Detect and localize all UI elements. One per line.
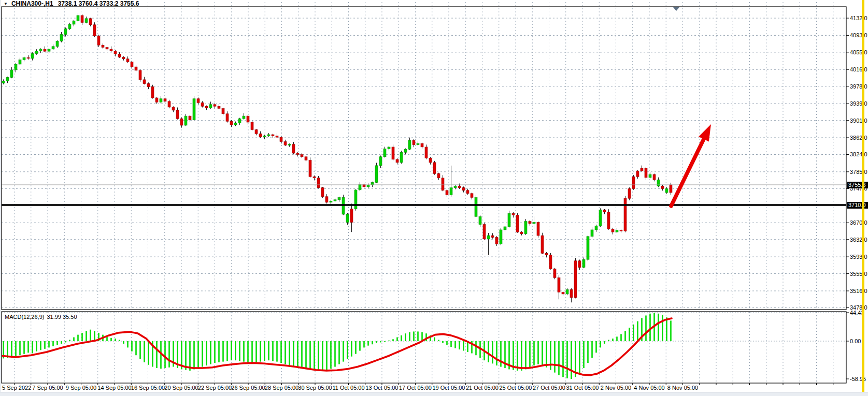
macd-indicator (3, 313, 672, 379)
price-axis-label: 3670.0 (850, 219, 867, 226)
one-click-trading-dropdown-icon[interactable]: ▼ (4, 2, 8, 6)
time-axis-label: 27 Oct 05:00 (533, 385, 565, 391)
ohlc-values-label: 3738.1 3760.4 3733.2 3755.6 (58, 0, 139, 7)
time-axis-label: 19 Oct 05:00 (433, 385, 465, 391)
mt4-chart-window: ▼ CHINA300-,H1 3738.1 3760.4 3733.2 3755… (0, 0, 868, 396)
time-axis-label: 7 Sep 05:00 (32, 385, 63, 391)
panel-borders (2, 7, 849, 385)
macd-axis-zero-label: 0.00 (850, 338, 867, 344)
macd-params-label: MACD(12,26,9) (5, 314, 44, 320)
window-edge-accent-stripe (862, 0, 864, 392)
time-axis-label: 4 Nov 05:00 (634, 385, 664, 391)
time-axis-label: 28 Sep 05:00 (265, 385, 298, 391)
time-axis-label: 17 Oct 05:00 (399, 385, 432, 391)
price-axis-label: 3555.0 (850, 271, 867, 277)
symbol-timeframe-label: CHINA300-,H1 (11, 0, 53, 7)
macd-values-label: 31.99 35.50 (47, 314, 77, 320)
time-axis-label: 13 Oct 05:00 (366, 385, 399, 391)
time-axis-label: 9 Sep 05:00 (66, 385, 96, 391)
price-axis-label: 3785.0 (850, 169, 867, 175)
time-axis-label: 30 Sep 05:00 (298, 385, 332, 391)
status-strip (0, 392, 868, 396)
price-axis-label: 3593.0 (850, 254, 867, 260)
price-axis-label: 4055.0 (850, 49, 867, 55)
time-axis-label: 14 Sep 05:00 (97, 385, 131, 391)
price-axis-label: 3862.0 (850, 135, 867, 141)
macd-axis-max-label: 44.43 (850, 310, 867, 316)
price-axis-label: 4093.0 (850, 32, 867, 38)
price-axis-label: 4016.0 (850, 66, 867, 72)
price-axis-label: 3632.0 (850, 237, 867, 243)
time-axis-label: 26 Sep 05:00 (231, 385, 265, 391)
macd-axis-min-label: -58.95 (850, 376, 867, 382)
time-axis-label: 20 Sep 05:00 (164, 385, 198, 391)
macd-indicator-label: MACD(12,26,9)31.99 35.50 (5, 314, 77, 320)
time-axis-label: 31 Oct 05:00 (566, 385, 599, 391)
time-axis-label: 21 Oct 05:00 (466, 385, 499, 391)
price-axis-label: 3824.0 (850, 151, 867, 157)
time-axis-label: 25 Oct 05:00 (500, 385, 532, 391)
chart-title-bar: ▼ CHINA300-,H1 3738.1 3760.4 3733.2 3755… (4, 0, 139, 7)
level-price-tag: 3710.0 (847, 202, 868, 209)
time-axis-label: 22 Sep 05:00 (198, 385, 232, 391)
price-axis-label: 4132.0 (850, 15, 867, 21)
time-axis-label: 16 Sep 05:00 (131, 385, 165, 391)
price-axis-label: 3978.0 (850, 83, 867, 90)
time-axis-label: 2 Nov 05:00 (601, 385, 631, 391)
time-axis-label: 5 Sep 2022 (2, 385, 31, 391)
price-axis-label: 3939.0 (850, 100, 867, 107)
window-left-edge (0, 0, 1, 392)
price-axis-label: 3516.0 (850, 288, 867, 294)
trend-arrow-annotation[interactable] (671, 124, 711, 206)
current-price-tag: 3755.6 (847, 182, 868, 188)
time-axis-label: 8 Nov 05:00 (667, 385, 698, 391)
price-axis-label: 3901.0 (850, 118, 867, 124)
candles (2, 13, 672, 303)
time-axis-label: 11 Oct 05:00 (332, 385, 364, 391)
chart-shift-marker-icon[interactable] (673, 7, 679, 11)
chart-canvas[interactable] (0, 0, 868, 396)
